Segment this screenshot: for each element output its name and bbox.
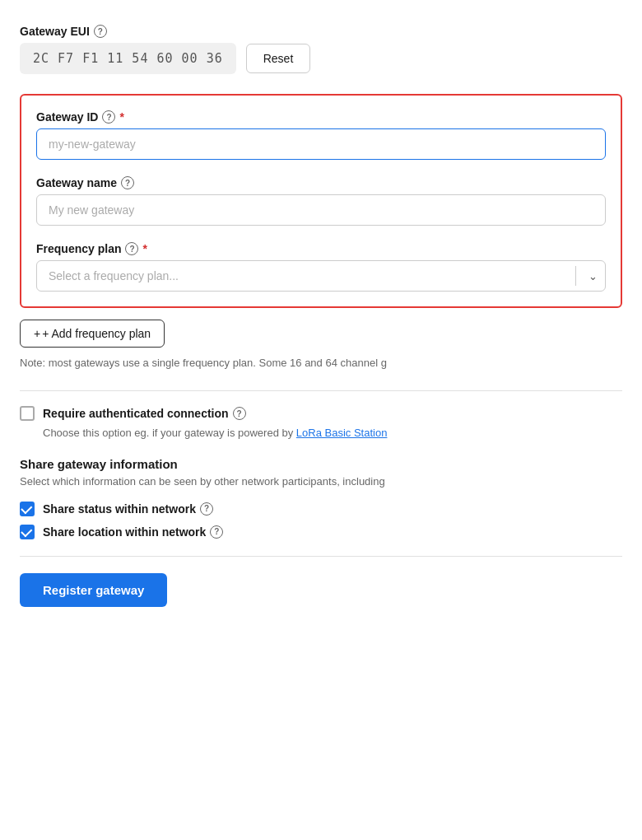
add-frequency-plan-button[interactable]: + + Add frequency plan	[20, 320, 165, 348]
share-status-label: Share status within network ?	[43, 502, 213, 516]
gateway-name-help-icon[interactable]: ?	[121, 176, 134, 189]
authenticated-connection-row: Require authenticated connection ?	[20, 406, 622, 421]
share-location-help-icon[interactable]: ?	[210, 525, 223, 539]
share-location-row: Share location within network ?	[20, 525, 622, 539]
plus-icon: +	[34, 327, 40, 340]
gateway-name-input[interactable]	[36, 194, 606, 226]
share-status-row: Share status within network ?	[20, 502, 622, 516]
divider-2	[20, 556, 622, 557]
lora-basic-station-link[interactable]: LoRa Basic Station	[296, 427, 388, 439]
gateway-id-input[interactable]	[36, 128, 606, 160]
authenticated-connection-section: Require authenticated connection ? Choos…	[20, 406, 622, 441]
frequency-select-divider	[575, 266, 576, 286]
share-gateway-title: Share gateway information	[20, 457, 622, 471]
authenticated-connection-help-icon[interactable]: ?	[233, 407, 246, 420]
share-status-checkbox[interactable]	[20, 502, 35, 516]
gateway-eui-label: Gateway EUI ?	[20, 25, 622, 38]
register-gateway-button[interactable]: Register gateway	[20, 573, 167, 607]
frequency-select-wrapper: Select a frequency plan... ⌄	[36, 260, 606, 292]
gateway-name-label: Gateway name ?	[36, 176, 606, 189]
eui-display: 2C F7 F1 11 54 60 00 36 Reset	[20, 43, 622, 74]
share-gateway-desc: Select which information can be seen by …	[20, 474, 622, 489]
gateway-id-required: *	[119, 110, 123, 124]
authenticated-connection-helper: Choose this option eg. if your gateway i…	[43, 426, 622, 441]
gateway-eui-section: Gateway EUI ? 2C F7 F1 11 54 60 00 36 Re…	[20, 25, 622, 74]
frequency-plan-help-icon[interactable]: ?	[125, 242, 138, 255]
authenticated-connection-label: Require authenticated connection ?	[43, 407, 246, 420]
gateway-id-help-icon[interactable]: ?	[102, 110, 115, 124]
share-status-help-icon[interactable]: ?	[200, 502, 213, 516]
frequency-plan-field: Frequency plan ? * Select a frequency pl…	[36, 242, 606, 292]
gateway-id-field: Gateway ID ? *	[36, 110, 606, 160]
gateway-name-field: Gateway name ?	[36, 176, 606, 226]
eui-value: 2C F7 F1 11 54 60 00 36	[20, 43, 236, 74]
frequency-plan-required: *	[142, 242, 147, 255]
reset-button[interactable]: Reset	[246, 44, 311, 73]
share-location-checkbox[interactable]	[20, 525, 35, 539]
frequency-plan-select[interactable]: Select a frequency plan...	[36, 260, 606, 292]
frequency-plan-label: Frequency plan ? *	[36, 242, 606, 255]
gateway-eui-help-icon[interactable]: ?	[94, 25, 107, 38]
form-section: Gateway ID ? * Gateway name ? Frequency …	[20, 94, 622, 308]
divider-1	[20, 390, 622, 391]
share-location-label: Share location within network ?	[43, 525, 223, 539]
share-gateway-section: Share gateway information Select which i…	[20, 457, 622, 539]
frequency-plan-note: Note: most gateways use a single frequen…	[20, 356, 622, 371]
gateway-id-label: Gateway ID ? *	[36, 110, 606, 124]
authenticated-connection-checkbox[interactable]	[20, 406, 35, 421]
